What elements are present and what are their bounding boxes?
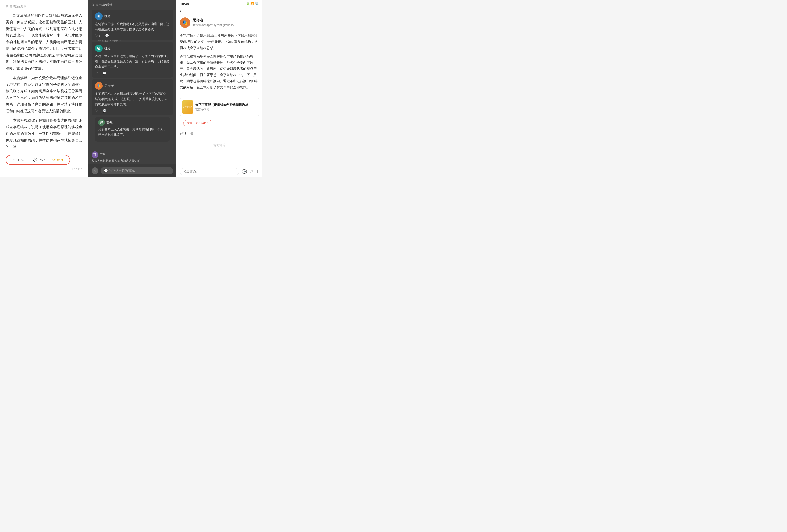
comments-panel: 第1篇 表达的逻辑 类的一种自然反应，没有国籍和民族的区别，人类还有一个共同的特…: [88, 0, 176, 177]
article-footer: ♡ 1626 💬 767 ⟳ 813 17 / 414: [6, 155, 82, 165]
comment-actions-3: ♡ 💬: [95, 109, 170, 112]
signal-icon: 📡: [255, 2, 258, 5]
status-time: 10:48: [180, 2, 189, 6]
comment-user-5: 可乐: [100, 153, 105, 157]
comment-user-2: 征途: [104, 46, 111, 50]
tabs-row: 评论 赞: [180, 129, 259, 138]
publish-date: 发表于 2018/3/31: [183, 120, 212, 126]
comment-like-3[interactable]: ♡: [95, 109, 98, 112]
comment-actions-2: ♡ 💬: [95, 71, 170, 75]
comment-list: 征 征途 这句话很关键，给我指明了不光只是学习沟通方面，还有在生活处理琐事方面，…: [88, 9, 176, 141]
action-bar: ♡ 1626 💬 767 ⟳ 813: [6, 155, 70, 165]
like-button[interactable]: ♡ 1626: [13, 158, 25, 162]
share-icon: ⟳: [52, 158, 56, 162]
comment-count: 767: [39, 158, 45, 162]
page-number: 17 / 414: [72, 167, 82, 171]
author-section: 🎭 思考者 我的博客:https://sykent.github.io/: [176, 15, 262, 30]
like-num-1: 1: [99, 34, 100, 38]
comment-reply-1[interactable]: 💬: [105, 34, 109, 38]
avatar-2: 征: [95, 45, 103, 52]
comment-body-3: 金字塔结构组织思想:由主要思想开始→下层思想通过疑问/回答的方式，进行展开。→如…: [95, 91, 170, 107]
comment-user-1: 征途: [104, 14, 111, 18]
like-count: 1626: [17, 158, 25, 162]
author-name: 思考者: [193, 18, 234, 23]
comment-action-chat[interactable]: 💬: [241, 169, 247, 175]
comment-card-1: 征 征途 这句话很关键，给我指明了不光只是学习沟通方面，还有在生活处理琐事方面，…: [91, 9, 173, 40]
status-bar: 10:48 🔋 📶 📡: [176, 0, 262, 7]
breadcrumb-1: 第1篇 表达的逻辑: [6, 5, 82, 8]
tab-comment[interactable]: 评论: [180, 129, 190, 138]
breadcrumb-2: 第1篇 表达的逻辑: [88, 0, 176, 8]
nav-bar: ‹: [176, 7, 262, 15]
comment-icon: 💬: [33, 158, 38, 162]
comment-like-1[interactable]: ♡ 1: [95, 34, 100, 38]
comment-user-4: 龚毅: [106, 120, 112, 125]
author-bio: 我的博客:https://sykent.github.io/: [193, 23, 234, 27]
reply-icon-2: 💬: [103, 71, 106, 75]
heart-icon-3: ♡: [95, 109, 98, 112]
write-input[interactable]: 💬 写下这一刻的想法...: [101, 167, 173, 175]
paragraph-2: 本篇解释了为什么受众最容易理解和记住金字塔结构，以及组成金字塔的子结构之间如何互…: [6, 74, 82, 114]
wifi-icon: 📶: [250, 2, 254, 5]
write-placeholder: 写下这一刻的想法...: [109, 169, 137, 173]
article-panel: 第1篇 表达的逻辑 对文章阐述的思想作出疑问/回答式反应是人类的一种自然反应，没…: [0, 0, 88, 177]
author-avatar: 🎭: [180, 17, 190, 28]
comment-reply-2[interactable]: 💬: [103, 71, 106, 75]
paragraph-1: 对文章阐述的思想作出疑问/回答式反应是人类的一种自然反应，没有国籍和民族的区别。…: [6, 12, 82, 72]
comment-body-4: 其实基本上人人都需要，尤其是职场的每一个人。基本的职业化素养。: [98, 127, 167, 137]
avatar-1: 征: [95, 13, 103, 20]
comment-body-5: 很多人难以提高写作能力和进话能力的: [91, 159, 173, 163]
paragraph-3: 本篇将帮助你了解如何将要表达的思想组织成金字塔结构，说明了使用金字塔原理能够检查…: [6, 117, 82, 150]
article-para-1: 金字塔结构组织思想:由主要思想开始→下层思想通过疑问/回答的方式，进行展开。→如…: [180, 32, 259, 51]
article-content: 对文章阐述的思想作出疑问/回答式反应是人类的一种自然反应，没有国籍和民族的区别。…: [6, 12, 82, 150]
comment-reply-3[interactable]: 💬: [103, 109, 106, 112]
book-cover-image: 金字塔原理: [183, 101, 193, 114]
close-button[interactable]: ×: [91, 167, 98, 174]
article-para-2: 你可以很容易地使受众理解用金字塔结构组织的思想：先从金字塔的最顶端开始，沿各个分…: [180, 53, 259, 91]
comment-card-3: 🎭 思考者 金字塔结构组织思想:由主要思想开始→下层思想通过疑问/回答的方式，进…: [91, 79, 173, 115]
comment-header-4: 龚 龚毅: [98, 119, 167, 126]
comment-user-3: 思考者: [104, 84, 114, 88]
tab-like[interactable]: 赞: [190, 129, 197, 138]
avatar-3: 🎭: [95, 82, 103, 90]
heart-icon-1: ♡: [95, 34, 98, 38]
comment-action-share[interactable]: ⬆: [255, 169, 259, 175]
no-comment-text: 暂无评论: [176, 138, 262, 152]
avatar-5: 可: [91, 151, 98, 158]
reply-icon-1: 💬: [105, 34, 109, 38]
comment-body-2: 表述一些让大家听进去，理解了，记住了的东西很难，看一看是否能够让受众心头一震，引…: [95, 53, 170, 69]
share-button[interactable]: ⟳ 813: [52, 158, 63, 162]
comment-input-field[interactable]: [180, 168, 239, 175]
comment-header-2: 征 征途: [95, 45, 170, 52]
battery-icon: 🔋: [246, 2, 250, 5]
reply-icon-3: 💬: [103, 109, 106, 112]
comment-actions-1: ♡ 1 💬: [95, 34, 170, 38]
book-info: 金字塔原理（麦肯锡40年经典培训教材） 芭芭拉·明托: [195, 103, 251, 111]
author-details: 思考者 我的博客:https://sykent.github.io/: [193, 18, 234, 27]
comment-body-1: 这句话很关键，给我指明了不光只是学习沟通方面，还有在生活处理琐事方面，提供了思考…: [95, 21, 170, 32]
comment-header-1: 征 征途: [95, 13, 170, 20]
chat-icon: 💬: [104, 169, 108, 173]
article-comment-input-bar[interactable]: 💬 ♡ ⬆: [176, 166, 262, 177]
article-detail-panel: 10:48 🔋 📶 📡 ‹ 🎭 思考者 我的博客:https://sykent.…: [176, 0, 262, 177]
comment-header-3: 🎭 思考者: [95, 82, 170, 90]
comment-action-heart[interactable]: ♡: [249, 169, 253, 175]
book-author: 芭芭拉·明托: [195, 108, 251, 111]
comment-card-4-partial: 龚 龚毅 其实基本上人人都需要，尤其是职场的每一个人。基本的职业化素养。: [95, 117, 170, 141]
comment-like-2[interactable]: ♡: [95, 71, 98, 75]
heart-icon-2: ♡: [95, 71, 98, 75]
book-title: 金字塔原理（麦肯锡40年经典培训教材）: [195, 103, 251, 107]
publish-date-wrapper: 发表于 2018/3/31: [180, 119, 259, 128]
comment-card-2: 征 征途 表述一些让大家听进去，理解了，记住了的东西很难，看一看是否能够让受众心…: [91, 42, 173, 78]
status-icons: 🔋 📶 📡: [246, 2, 258, 5]
heart-icon: ♡: [13, 158, 16, 162]
comment-input-bar[interactable]: × 💬 写下这一刻的想法...: [88, 164, 176, 177]
article-body: 金字塔结构组织思想:由主要思想开始→下层思想通过疑问/回答的方式，进行展开。→如…: [176, 30, 262, 95]
avatar-4: 龚: [98, 119, 105, 126]
share-count: 813: [57, 158, 63, 162]
partial-user-row: 可 可乐 很多人难以提高写作能力和进话能力的: [91, 151, 173, 163]
back-button[interactable]: ‹: [180, 8, 182, 14]
comment-button[interactable]: 💬 767: [33, 158, 45, 162]
book-card[interactable]: 金字塔原理 金字塔原理（麦肯锡40年经典培训教材） 芭芭拉·明托: [180, 98, 259, 116]
